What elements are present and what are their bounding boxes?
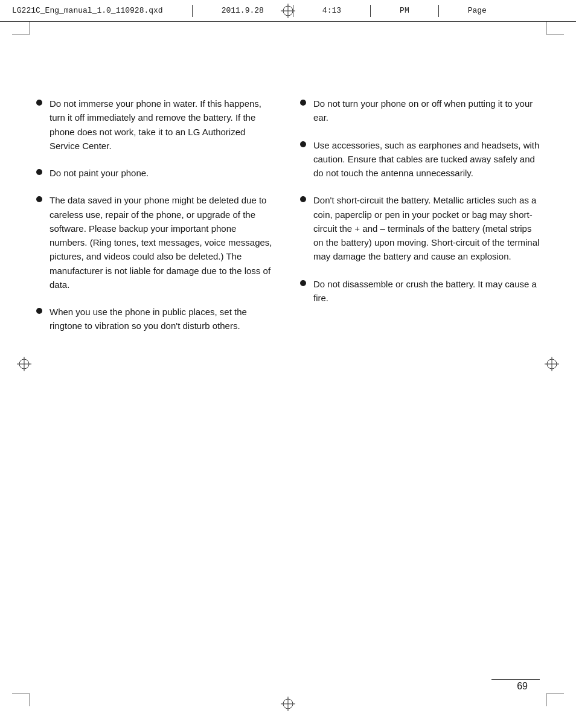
list-item: Use accessories, such as earphones and h… <box>300 138 540 180</box>
bullet-dot <box>300 100 306 106</box>
right-column: Do not turn your phone on or off when pu… <box>300 97 540 668</box>
list-item: Don't short-circuit the battery. Metalli… <box>300 193 540 263</box>
bullet-text: Use accessories, such as earphones and h… <box>313 138 540 180</box>
list-item: Do not turn your phone on or off when pu… <box>300 97 540 125</box>
bullet-text: The data saved in your phone might be de… <box>50 193 276 292</box>
bullet-dot <box>300 196 306 202</box>
header-page-label: Page <box>468 6 487 15</box>
list-item: Do not paint your phone. <box>36 166 276 180</box>
header-period: PM <box>400 6 409 15</box>
left-column: Do not immerse your phone in water. If t… <box>36 97 276 668</box>
main-content: Do not immerse your phone in water. If t… <box>36 48 540 668</box>
bullet-dot <box>300 141 306 147</box>
content-columns: Do not immerse your phone in water. If t… <box>36 48 540 668</box>
list-item: When you use the phone in public places,… <box>36 305 276 333</box>
bullet-text: Don't short-circuit the battery. Metalli… <box>313 193 540 263</box>
bullet-dot <box>36 169 42 175</box>
bullet-text: When you use the phone in public places,… <box>50 305 276 333</box>
crop-tl-h <box>12 34 30 34</box>
header-divider-1 <box>192 5 193 17</box>
reg-mark-bottom <box>281 697 295 711</box>
header-divider-4 <box>438 5 439 17</box>
reg-mark-top <box>281 4 295 18</box>
reg-mark-left <box>17 357 31 371</box>
crop-br-v <box>546 694 546 706</box>
crop-tl-v <box>30 22 30 34</box>
bullet-text: Do not turn your phone on or off when pu… <box>313 97 540 125</box>
list-item: Do not disassemble or crush the battery.… <box>300 277 540 305</box>
header-date: 2011.9.28 <box>222 6 264 15</box>
bullet-text: Do not paint your phone. <box>50 166 149 180</box>
list-item: Do not immerse your phone in water. If t… <box>36 97 276 153</box>
header-time: 4:13 <box>322 6 341 15</box>
bullet-dot <box>36 100 42 106</box>
bottom-right-line <box>491 679 540 680</box>
list-item: The data saved in your phone might be de… <box>36 193 276 292</box>
crop-tr-h <box>546 34 564 34</box>
bullet-text: Do not disassemble or crush the battery.… <box>313 277 540 305</box>
filename: LG221C_Eng_manual_1.0_110928.qxd <box>12 6 163 15</box>
reg-mark-right <box>545 357 559 371</box>
crop-tr-v <box>546 22 546 34</box>
crop-bl-v <box>30 694 30 706</box>
header-divider-3 <box>370 5 371 17</box>
page-number: 69 <box>517 681 528 692</box>
bullet-dot <box>36 308 42 314</box>
bullet-text: Do not immerse your phone in water. If t… <box>50 97 276 153</box>
bullet-dot <box>36 196 42 202</box>
crop-bl-h <box>12 694 30 694</box>
bullet-dot <box>300 280 306 286</box>
crop-br-h <box>546 694 564 694</box>
